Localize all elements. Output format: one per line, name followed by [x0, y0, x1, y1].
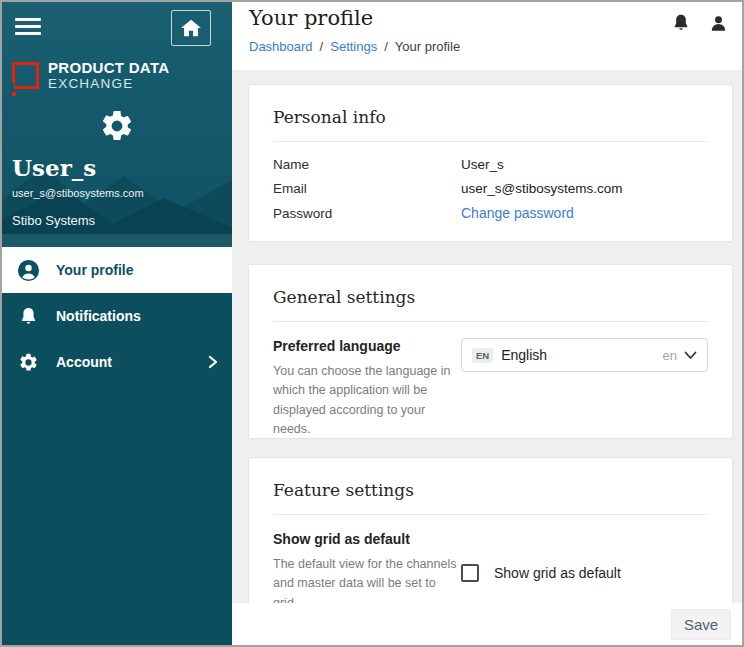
sidebar: PRODUCT DATA EXCHANGE User_s user_s@stib…: [2, 2, 232, 645]
hamburger-menu-icon[interactable]: [15, 18, 41, 39]
home-button[interactable]: [171, 10, 211, 46]
sidebar-item-label: Notifications: [56, 308, 141, 324]
language-selected-value: English: [501, 347, 662, 363]
sidebar-nav: Your profile Notifications Account: [2, 247, 232, 385]
sidebar-item-your-profile[interactable]: Your profile: [2, 247, 232, 293]
breadcrumb-separator: /: [384, 39, 388, 54]
divider: [273, 141, 708, 142]
footer: Save: [232, 603, 742, 645]
main-area: Your profile Dashboard / Settings / Your…: [232, 2, 742, 645]
sidebar-item-label: Account: [56, 354, 112, 370]
chevron-down-icon: [684, 351, 697, 360]
bell-icon: [16, 304, 40, 328]
sidebar-item-account[interactable]: Account: [2, 339, 232, 385]
notifications-bell-icon[interactable]: [671, 13, 691, 33]
logo-line1: PRODUCT DATA: [48, 60, 169, 77]
sidebar-filler: [2, 385, 232, 645]
card-title: Feature settings: [273, 480, 708, 500]
language-code: en: [663, 348, 677, 363]
breadcrumb-current: Your profile: [395, 39, 460, 54]
personal-info-card: Personal info Name User_s Email user_s@s…: [248, 84, 733, 242]
user-menu-icon[interactable]: [709, 14, 728, 33]
email-label: Email: [273, 181, 461, 196]
breadcrumb-settings[interactable]: Settings: [330, 39, 377, 54]
breadcrumb-separator: /: [320, 39, 324, 54]
breadcrumb-dashboard[interactable]: Dashboard: [249, 39, 313, 54]
product-data-exchange-logo: PRODUCT DATA EXCHANGE: [12, 60, 169, 91]
page-header: Your profile Dashboard / Settings / Your…: [232, 2, 742, 70]
logo-red-square-icon: [12, 62, 39, 89]
user-email: user_s@stibosystems.com: [12, 187, 144, 199]
user-organization: Stibo Systems: [12, 213, 95, 228]
name-label: Name: [273, 157, 461, 172]
user-circle-icon: [16, 258, 40, 282]
language-select[interactable]: EN English en: [461, 338, 708, 372]
sidebar-hero: PRODUCT DATA EXCHANGE User_s user_s@stib…: [2, 2, 232, 247]
change-password-link[interactable]: Change password: [461, 205, 708, 221]
show-grid-label: Show grid as default: [273, 531, 461, 547]
password-label: Password: [273, 206, 461, 221]
home-icon: [180, 18, 202, 38]
email-value: user_s@stibosystems.com: [461, 181, 708, 196]
preferred-language-description: You can choose the language in which the…: [273, 362, 461, 440]
account-gear-icon: [16, 350, 40, 374]
language-badge: EN: [472, 348, 493, 363]
card-title: Personal info: [273, 107, 708, 127]
user-name: User_s: [12, 154, 96, 181]
show-grid-checkbox[interactable]: [461, 564, 479, 582]
divider: [273, 514, 708, 515]
feature-settings-card: Feature settings Show grid as default Th…: [248, 457, 733, 603]
general-settings-card: General settings Preferred language You …: [248, 264, 733, 439]
profile-gear-icon: [2, 108, 232, 144]
save-button[interactable]: Save: [671, 609, 731, 640]
sidebar-item-label: Your profile: [56, 262, 134, 278]
preferred-language-label: Preferred language: [273, 338, 461, 354]
logo-line2: EXCHANGE: [48, 77, 169, 92]
breadcrumb: Dashboard / Settings / Your profile: [249, 39, 742, 54]
show-grid-description: The default view for the channels and ma…: [273, 555, 461, 603]
show-grid-checkbox-label: Show grid as default: [494, 565, 621, 581]
card-title: General settings: [273, 287, 708, 307]
app-window: PRODUCT DATA EXCHANGE User_s user_s@stib…: [0, 0, 744, 647]
sidebar-item-notifications[interactable]: Notifications: [2, 293, 232, 339]
page-title: Your profile: [249, 6, 742, 30]
chevron-right-icon: [207, 355, 219, 369]
divider: [273, 321, 708, 322]
content-area: Personal info Name User_s Email user_s@s…: [232, 70, 742, 603]
name-value: User_s: [461, 157, 708, 172]
